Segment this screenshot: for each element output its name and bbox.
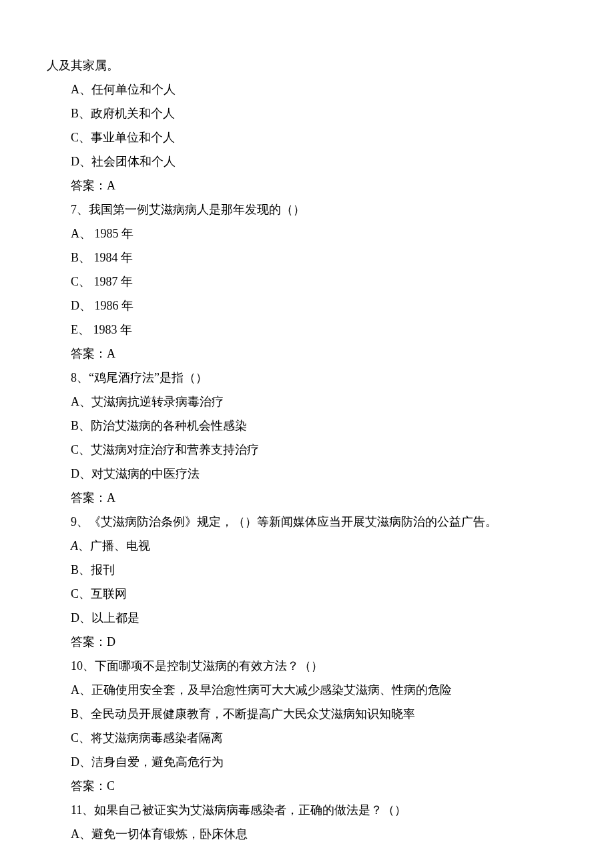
q7-option-c: C、 1987 年 <box>47 270 567 294</box>
q9-stem: 9、《艾滋病防治条例》规定，（）等新闻媒体应当开展艾滋病防治的公益广告。 <box>47 510 567 534</box>
q8-option-d: D、对艾滋病的中医疗法 <box>47 462 567 486</box>
q10-option-d: D、洁身自爱，避免高危行为 <box>47 750 567 774</box>
q8-option-c: C、艾滋病对症治疗和营养支持治疗 <box>47 438 567 462</box>
q7-stem: 7、我国第一例艾滋病病人是那年发现的（） <box>47 197 567 222</box>
q7-option-b: B、 1984 年 <box>47 246 567 270</box>
q9-option-a-rest: 、广播、电视 <box>78 539 150 552</box>
q6-option-d: D、社会团体和个人 <box>47 149 567 173</box>
q10-option-a: A、正确使用安全套，及早治愈性病可大大减少感染艾滋病、性病的危险 <box>47 678 567 702</box>
q9-option-a: A、广播、电视 <box>47 534 567 558</box>
q7-option-e: E、 1983 年 <box>47 318 567 342</box>
q9-answer: 答案：D <box>47 630 567 654</box>
document-page: 人及其家属。 A、任何单位和个人 B、政府机关和个人 C、事业单位和个人 D、社… <box>0 0 614 868</box>
q8-answer: 答案：A <box>47 486 567 510</box>
q8-option-b: B、防治艾滋病的各种机会性感染 <box>47 414 567 438</box>
q8-option-a: A、艾滋病抗逆转录病毒治疗 <box>47 390 567 414</box>
q10-answer: 答案：C <box>47 774 567 798</box>
q7-option-d: D、 1986 年 <box>47 294 567 318</box>
q6-option-b: B、政府机关和个人 <box>47 101 567 125</box>
q10-stem: 10、下面哪项不是控制艾滋病的有效方法？（） <box>47 654 567 678</box>
q10-option-c: C、将艾滋病病毒感染者隔离 <box>47 726 567 750</box>
q11-stem: 11、如果自己被证实为艾滋病病毒感染者，正确的做法是？（） <box>47 798 567 822</box>
q9-option-a-prefix: A <box>71 539 78 552</box>
q6-option-c: C、事业单位和个人 <box>47 125 567 149</box>
q7-answer: 答案：A <box>47 342 567 366</box>
q10-option-b: B、全民动员开展健康教育，不断提高广大民众艾滋病知识知晓率 <box>47 702 567 726</box>
q11-option-a: A、避免一切体育锻炼，卧床休息 <box>47 822 567 846</box>
continuation-line: 人及其家属。 <box>47 53 567 77</box>
q6-option-a: A、任何单位和个人 <box>47 77 567 101</box>
q7-option-a: A、 1985 年 <box>47 222 567 246</box>
q9-option-c: C、互联网 <box>47 582 567 606</box>
q6-answer: 答案：A <box>47 173 567 197</box>
q9-stem-wrap: 9、《艾滋病防治条例》规定，（）等新闻媒体应当开展艾滋病防治的公益广告。 <box>47 510 567 534</box>
q8-stem: 8、“鸡尾酒疗法”是指（） <box>47 366 567 390</box>
q9-option-b: B、报刊 <box>47 558 567 582</box>
q9-option-d: D、以上都是 <box>47 606 567 630</box>
